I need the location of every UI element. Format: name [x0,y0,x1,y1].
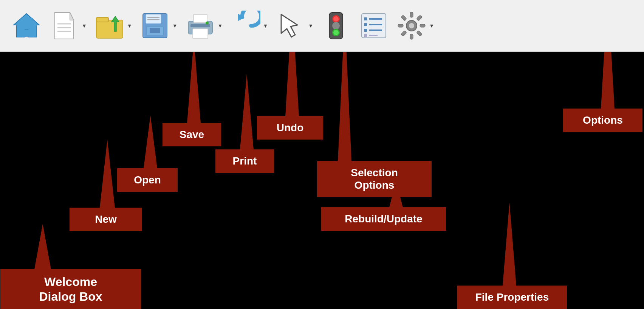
svg-rect-40 [410,12,413,17]
options-button[interactable]: ▼ [396,11,434,41]
undo-dropdown-arrow[interactable]: ▼ [263,23,268,29]
svg-rect-47 [401,15,407,21]
svg-rect-46 [398,24,403,27]
svg-rect-18 [194,14,207,23]
undo-button[interactable]: ▼ [230,11,268,41]
new-callout: New [70,208,142,231]
rebuild-callout: Rebuild/Update [321,207,446,231]
print-label: Print [233,155,257,167]
svg-rect-30 [364,17,367,20]
svg-rect-19 [190,24,210,27]
svg-point-39 [409,23,414,28]
fileprops-callout: File Properties [457,286,567,309]
svg-rect-15 [150,28,160,33]
print-button[interactable]: ▼ [185,11,223,41]
svg-point-26 [332,22,340,30]
selection-button[interactable]: ▼ [276,11,313,41]
svg-rect-32 [364,23,367,26]
options-callout: Options [563,109,642,132]
svg-rect-1 [23,30,29,37]
save-callout: Save [163,123,221,146]
svg-point-25 [333,16,339,22]
options-dropdown-arrow[interactable]: ▼ [429,23,434,29]
svg-rect-43 [416,31,423,37]
home-button[interactable] [11,11,42,41]
save-label: Save [180,129,204,140]
undo-label: Undo [277,122,304,134]
svg-rect-41 [416,15,423,21]
svg-rect-8 [96,17,108,22]
new-label: New [95,213,117,225]
save-button[interactable]: ▼ [140,11,178,41]
print-dropdown-arrow[interactable]: ▼ [218,23,223,29]
options-label: Options [583,114,623,126]
fileprops-label: File Properties [475,291,549,303]
print-callout: Print [215,149,274,173]
svg-rect-34 [364,29,367,32]
open-label: Open [134,174,161,186]
svg-rect-45 [401,31,407,37]
svg-point-20 [206,22,209,25]
open-dropdown-arrow[interactable]: ▼ [127,23,132,29]
svg-rect-11 [146,14,161,23]
svg-marker-22 [281,14,297,37]
open-callout: Open [117,168,178,192]
svg-rect-7 [96,20,123,38]
toolbar: ▼ ▼ [0,0,644,52]
svg-rect-17 [193,29,208,39]
svg-rect-44 [410,34,413,39]
welcome-callout: WelcomeDialog Box [0,269,141,309]
open-button[interactable]: ▼ [94,11,132,41]
svg-rect-36 [364,34,367,37]
svg-rect-42 [420,24,425,27]
save-dropdown-arrow[interactable]: ▼ [172,23,178,29]
undo-callout: Undo [257,116,323,140]
welcome-label: WelcomeDialog Box [39,275,102,303]
fileprops-button[interactable] [359,11,389,41]
rebuild-label: Rebuild/Update [345,213,422,225]
rebuild-button[interactable] [321,11,351,41]
new-button[interactable]: ▼ [49,11,87,41]
svg-point-28 [333,30,339,35]
new-dropdown-arrow[interactable]: ▼ [82,23,87,29]
selection-dropdown-arrow[interactable]: ▼ [308,23,313,29]
selection-callout: SelectionOptions [317,161,432,197]
